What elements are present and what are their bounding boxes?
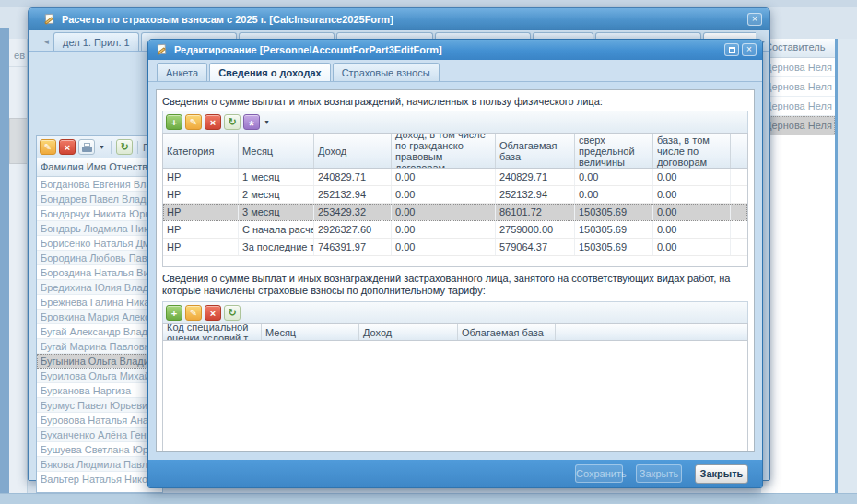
list-item[interactable]: Бушуева Светлана Юрьевна <box>37 442 162 457</box>
list-item[interactable]: Бурканова Наргиза <box>37 383 162 398</box>
refresh-button[interactable]: ↻ <box>224 114 241 130</box>
list-item[interactable]: Бондарчук Никита Юрьевич <box>37 206 162 221</box>
dialog-tab-strip-tabs: АнкетаСведения о доходахСтраховые взносы <box>157 63 440 81</box>
background-composer-grid: Составитель Дернова НеляДернова НеляДерн… <box>761 39 835 493</box>
list-item[interactable]: Бредихина Юлия Владимировна <box>37 280 162 295</box>
column-header[interactable]: Месяц <box>262 324 359 340</box>
close-button[interactable]: Закрыть <box>695 464 748 484</box>
background-row-fragment <box>9 118 28 164</box>
table-cell: 0.00 <box>653 239 731 255</box>
divider <box>9 66 28 67</box>
add-button[interactable]: + <box>166 114 182 130</box>
column-header[interactable]: Доход <box>314 134 392 168</box>
list-item[interactable]: Бурмус Павел Юрьевич <box>37 398 162 413</box>
column-header[interactable]: Доход <box>359 324 458 340</box>
list-item[interactable]: Буровова Наталья Анатольевна <box>37 413 162 428</box>
list-item[interactable]: Бородина Любовь Павловна <box>37 251 162 265</box>
list-item[interactable]: Богданова Евгения Владимировна <box>37 177 162 192</box>
column-header[interactable]: Облагаемая база, в том числе по договора… <box>653 134 731 168</box>
close-icon[interactable]: × <box>747 13 762 26</box>
income-grid-toolbar: + ✎ × ↻ * ▾ <box>162 111 748 133</box>
table-cell: НР <box>163 221 239 238</box>
list-item[interactable]: Брежнева Галина Никандровна <box>37 295 162 310</box>
column-header[interactable]: Облагаемая сверх предельной величины баз… <box>575 134 653 168</box>
delete-button[interactable]: × <box>205 305 221 321</box>
add-button[interactable]: + <box>166 305 182 321</box>
window-titlebar[interactable]: Расчеты по страховым взносам с 2025 г. [… <box>29 8 769 30</box>
list-item[interactable]: Бугынина Ольга Владимировна <box>37 354 162 369</box>
maximize-icon[interactable] <box>724 43 739 56</box>
table-row[interactable]: Дернова Неля <box>761 58 835 77</box>
background-right-strip <box>838 39 857 493</box>
edit-button[interactable]: ✎ <box>40 139 56 155</box>
table-row[interactable]: НР1 месяц240829.710.00240829.710.000.00 <box>163 169 747 186</box>
special-tariff-grid: Код специальной оценки условий т...Месяц… <box>162 323 748 451</box>
delete-button[interactable]: × <box>59 139 76 155</box>
screen: ев Составитель Дернова НеляДернова НеляД… <box>0 0 857 504</box>
special-tariff-section-label: Сведения о сумме выплат и иных вознаграж… <box>162 273 752 297</box>
edit-form-icon <box>43 13 56 26</box>
list-item[interactable]: Борисенко Наталья Дмитриевна <box>37 236 162 251</box>
tab-scroll-left-icon[interactable]: ◄ <box>40 34 53 51</box>
table-cell-filler <box>731 239 747 255</box>
column-header[interactable]: Доход, в том числе по гражданско-правовы… <box>392 134 496 168</box>
list-item[interactable]: Бондарь Людмила Николаевна <box>37 221 162 236</box>
table-cell: 0.00 <box>392 239 496 255</box>
refresh-button[interactable]: ↻ <box>116 139 133 155</box>
table-row[interactable]: Дернова Неля <box>761 116 835 135</box>
list-item[interactable]: Бурилова Ольга Михайловна <box>37 369 162 383</box>
delete-button[interactable]: × <box>205 114 221 130</box>
column-header-fullname[interactable]: Фамилия Имя Отчество застрахов <box>37 158 162 177</box>
column-header[interactable]: Месяц <box>239 134 314 168</box>
table-cell: 240829.71 <box>314 169 392 185</box>
list-item[interactable]: Вальтер Наталья Николаевна <box>37 472 162 486</box>
table-row[interactable]: НР3 месяц253429.320.0086101.72150305.690… <box>163 204 747 221</box>
edit-button[interactable]: ✎ <box>185 114 202 130</box>
column-header[interactable]: Облагаемая база <box>496 134 575 168</box>
table-row[interactable]: Дернова Неля <box>761 77 835 97</box>
list-item[interactable]: Буханченко Алёна Геннадьевна <box>37 428 162 442</box>
table-row[interactable]: НР2 месяц252132.940.00252132.940.000.00 <box>163 186 747 204</box>
table-cell-filler <box>731 221 747 238</box>
table-row[interactable]: НРС начала расчетн...2926327.600.0027590… <box>163 221 747 239</box>
table-cell: 1 месяц <box>239 169 314 185</box>
column-header-filler <box>556 324 747 340</box>
save-button-disabled: Сохранить <box>575 464 623 483</box>
table-cell: 746391.97 <box>314 239 392 255</box>
special-tariff-toolbar: + ✎ × ↻ <box>162 301 748 323</box>
table-cell: 3 месяц <box>239 204 314 220</box>
table-cell: 0.00 <box>653 186 731 203</box>
table-cell: 0.00 <box>392 204 496 220</box>
composer-rows: Дернова НеляДернова НеляДернова НеляДерн… <box>761 58 835 135</box>
chevron-down-icon[interactable]: ▾ <box>263 118 271 126</box>
list-item[interactable]: Бровкина Мария Александровна <box>37 310 162 324</box>
list-item[interactable]: Бугай Александр Владимирович <box>37 324 162 339</box>
dialog-title: Редактирование [PersonnelAccountForPart3… <box>174 44 722 55</box>
table-cell: 0.00 <box>575 186 653 203</box>
chevron-down-icon[interactable]: ▾ <box>98 143 106 151</box>
tab-3[interactable]: Страховые взносы <box>333 63 440 81</box>
edit-button[interactable]: ✎ <box>185 305 202 321</box>
tab-2[interactable]: Сведения о доходах <box>209 63 331 81</box>
list-item[interactable]: Бороздина Наталья Викторовна <box>37 265 162 280</box>
table-cell: 150305.69 <box>575 239 653 255</box>
table-row[interactable]: Дернова Неля <box>761 97 835 116</box>
tab-1[interactable]: дел 1. Прил. 1 <box>53 32 139 51</box>
tab-1[interactable]: Анкета <box>157 63 207 81</box>
gear-button[interactable]: * <box>243 114 260 130</box>
refresh-button[interactable]: ↻ <box>224 305 241 321</box>
list-item[interactable]: Бугай Марина Павловна <box>37 339 162 354</box>
table-cell: 2759000.00 <box>496 221 575 238</box>
column-header[interactable]: Категория <box>163 134 239 168</box>
list-item[interactable]: Бякова Людмила Павловна <box>37 457 162 472</box>
dialog-titlebar[interactable]: Редактирование [PersonnelAccountForPart3… <box>148 40 762 60</box>
dialog-tab-strip: АнкетаСведения о доходахСтраховые взносы <box>148 60 762 82</box>
column-header[interactable]: Код специальной оценки условий т... <box>163 324 262 340</box>
column-header[interactable]: Облагаемая база <box>458 324 556 340</box>
close-icon[interactable]: × <box>742 43 757 56</box>
list-item[interactable]: Бондарев Павел Владимирович <box>37 192 162 206</box>
edit-form-icon <box>156 43 169 56</box>
print-button[interactable] <box>78 139 95 155</box>
table-row[interactable]: НРЗа последние три...746391.970.00579064… <box>163 239 747 256</box>
column-header-composer[interactable]: Составитель <box>761 39 835 58</box>
